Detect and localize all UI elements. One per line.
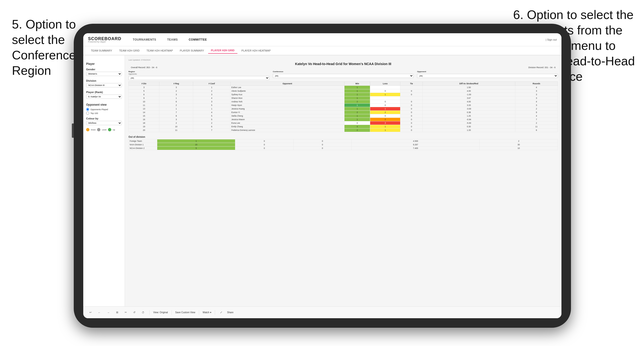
- out-of-division-label: Out of division: [128, 136, 558, 138]
- app-navbar: SCOREBOARD Powered by clippd TOURNAMENTS…: [83, 33, 562, 46]
- ood-cell-loss: 0: [235, 143, 293, 147]
- toolbar-refresh[interactable]: ↺: [132, 310, 137, 315]
- th-tie: Tie: [400, 82, 422, 86]
- table-row: 19 10 6 Emily Chang 4 1 0 0.30 11: [129, 125, 558, 129]
- gender-select[interactable]: Women's: [86, 72, 122, 76]
- player-rank-select[interactable]: 8. Katelyn Vo: [86, 95, 122, 99]
- cell-rounds: 4: [515, 114, 558, 118]
- region-filter-group: Region Opponents: (All): [128, 71, 269, 80]
- color-label-level: Level: [102, 129, 106, 131]
- cell-win: 1: [344, 89, 370, 93]
- cell-conf: 3: [193, 100, 230, 104]
- separator-2: [172, 310, 172, 315]
- toolbar-expand[interactable]: ⤢: [219, 310, 224, 315]
- cell-div: 13: [129, 107, 160, 111]
- toolbar-back[interactable]: ←: [96, 310, 102, 315]
- table-row: 5 2 2 Alexis Sudjianto 1 0 0 4.00 3: [129, 89, 558, 93]
- tab-player-h2h-grid[interactable]: PLAYER H2H GRID: [208, 47, 238, 54]
- region-filter-label: Region: [128, 71, 269, 73]
- tab-team-h2h-heatmap[interactable]: TEAM H2H HEATMAP: [144, 48, 176, 53]
- cell-conf: 2: [193, 121, 230, 125]
- opponent-view-group: Opponents Played Top 100: [86, 108, 122, 115]
- division-label: Division: [86, 79, 122, 82]
- cell-diff: 1.50: [422, 86, 515, 89]
- color-dot-down: [86, 128, 90, 131]
- division-select[interactable]: NCAA Division III: [86, 83, 122, 87]
- colour-by-label: Colour by: [86, 117, 122, 120]
- tablet-shell: SCOREBOARD Powered by clippd TOURNAMENTS…: [74, 24, 571, 328]
- content-area: Last Updated: 27/03/2024 Katelyn Vo Head…: [125, 55, 562, 306]
- cell-div: 18: [129, 121, 160, 125]
- cell-diff: 4.00: [422, 100, 515, 104]
- table-row: 13 1 1 Jessica Huang 1 1 0 -3.00 2: [129, 107, 558, 111]
- cell-rounds: 6: [515, 129, 558, 132]
- cell-opponent: Esther Lee: [230, 86, 344, 89]
- table-row: 18 2 2 Euna Lee 0 3 0 -5.00 2: [129, 121, 558, 125]
- cell-conf: 6: [193, 125, 230, 129]
- cell-opponent: Federica Domecq Lacroze: [230, 129, 344, 132]
- cell-diff: -0.94: [422, 118, 515, 121]
- tab-team-h2h-grid[interactable]: TEAM H2H GRID: [116, 48, 142, 53]
- cell-loss: 0: [370, 104, 400, 107]
- ood-cell-diff: 7.400: [352, 147, 480, 150]
- nav-sign-out[interactable]: | Sign out: [546, 38, 557, 41]
- player-rank-label: Player (Rank): [86, 91, 122, 94]
- color-dot-level: [97, 128, 100, 131]
- nav-committee[interactable]: COMMITTEE: [187, 37, 209, 42]
- logo-text: SCOREBOARD: [88, 36, 121, 41]
- toolbar-view-original[interactable]: View: Original: [153, 311, 168, 314]
- tab-team-summary[interactable]: TEAM SUMMARY: [88, 48, 115, 53]
- cell-tie: 0: [400, 121, 422, 125]
- ood-cell-loss: 0: [235, 139, 293, 143]
- table-row: 11 2 5 Heejo Hyun 1 0 0 3.33 3: [129, 104, 558, 107]
- ood-cell-win: 1: [157, 139, 235, 143]
- region-select[interactable]: (All): [128, 76, 269, 80]
- ood-cell-tie: 0: [293, 143, 352, 147]
- tab-player-h2h-heatmap[interactable]: PLAYER H2H HEATMAP: [238, 48, 274, 53]
- cell-rounds: 2: [515, 107, 558, 111]
- cell-rounds: 11: [515, 125, 558, 129]
- cell-rounds: 3: [515, 89, 558, 93]
- conference-filter-group: Conference (All): [273, 71, 414, 78]
- opponent-select[interactable]: (All): [417, 74, 558, 78]
- record-row: Overall Record: 353 - 34 - 6 Division Re…: [128, 66, 558, 69]
- toolbar-timer[interactable]: ⏱: [140, 310, 146, 315]
- nav-teams[interactable]: TEAMS: [165, 37, 180, 42]
- cell-opponent: Heejo Hyun: [230, 104, 344, 107]
- cell-conf: 2: [193, 89, 230, 93]
- overall-record: Overall Record: 353 - 34 - 6: [131, 66, 157, 69]
- cell-rounds: 3: [515, 104, 558, 107]
- out-of-division-section: Out of division Foreign Team 1 0 0 4.500…: [128, 136, 558, 150]
- logo-subtitle: Powered by clippd: [88, 41, 121, 43]
- cell-tie: [400, 96, 422, 100]
- colour-by-select[interactable]: Win/loss: [86, 121, 122, 125]
- cell-reg: 2: [160, 104, 193, 107]
- toolbar-share[interactable]: Share: [227, 311, 234, 314]
- cell-diff: 1.25: [422, 114, 515, 118]
- cell-tie: 0: [400, 107, 422, 111]
- th-win: Win: [344, 82, 370, 86]
- report-title: Katelyn Vo Head-to-Head Grid for Women's…: [128, 62, 558, 66]
- conference-select[interactable]: (All): [273, 74, 414, 78]
- cell-loss: 2: [370, 118, 400, 121]
- tab-player-summary[interactable]: PLAYER SUMMARY: [177, 48, 207, 53]
- ood-cell-diff: 4.500: [352, 139, 480, 143]
- radio-opponents-played[interactable]: Opponents Played: [86, 108, 122, 111]
- cell-loss: 2: [370, 111, 400, 114]
- toolbar-save-custom[interactable]: Save Custom View: [175, 311, 195, 314]
- toolbar-watch[interactable]: Watch ▾: [203, 311, 211, 314]
- toolbar-cut[interactable]: ✂: [123, 310, 128, 315]
- cell-reg: 3: [160, 118, 193, 121]
- cell-opponent: Sharon Mun: [230, 96, 344, 100]
- th-loss: Loss: [370, 82, 400, 86]
- cell-rounds: 2: [515, 121, 558, 125]
- cell-loss: 0: [370, 100, 400, 104]
- radio-top-100[interactable]: Top 100: [86, 112, 122, 115]
- nav-tournaments[interactable]: TOURNAMENTS: [131, 37, 158, 42]
- cell-loss: [370, 96, 400, 100]
- toolbar-grid[interactable]: ⊞: [115, 310, 120, 315]
- conference-filter-label: Conference: [273, 71, 414, 73]
- toolbar-forward[interactable]: →: [106, 310, 111, 315]
- toolbar-undo[interactable]: ↩: [88, 310, 93, 315]
- last-updated: Last Updated: 27/03/2024: [128, 59, 558, 61]
